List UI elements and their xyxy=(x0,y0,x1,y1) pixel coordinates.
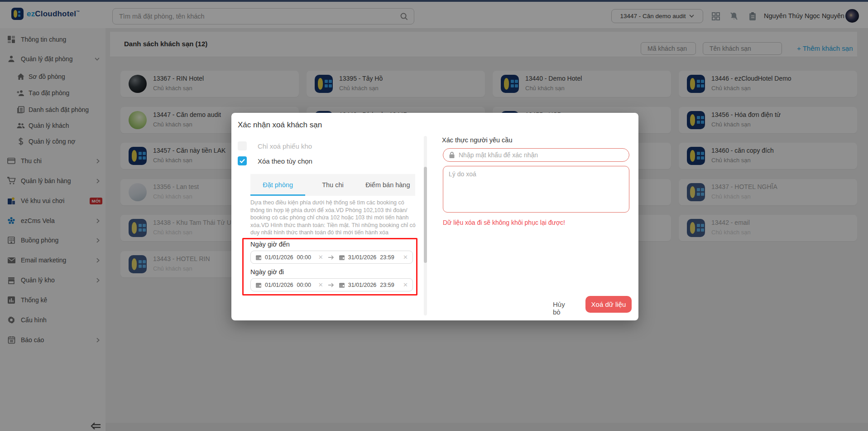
tab-description: Dựa theo điều kiện phía dưới hệ thống sẽ… xyxy=(250,199,417,237)
arrow-right-icon xyxy=(328,255,334,260)
clear-from-icon[interactable]: ✕ xyxy=(318,281,323,288)
from-time: 00:00 xyxy=(297,282,311,288)
from-date: 01/01/2026 xyxy=(265,282,293,288)
calendar-icon xyxy=(339,254,345,261)
arrival-date-range-input[interactable]: 01/01/2026 00:00 ✕ 31/01/2026 23:59 ✕ xyxy=(250,251,413,264)
from-time: 00:00 xyxy=(297,254,311,261)
to-date: 31/01/2026 xyxy=(348,282,377,288)
calendar-icon xyxy=(255,254,262,261)
tab-thu-chi[interactable]: Thu chi xyxy=(305,174,360,196)
password-placeholder: Nhập mật khẩu để xác nhận xyxy=(459,151,538,159)
checkbox-unchecked[interactable] xyxy=(238,141,247,150)
lock-icon xyxy=(449,151,455,159)
calendar-icon xyxy=(339,282,345,288)
checkbox-checked[interactable] xyxy=(238,156,247,165)
delete-data-button[interactable]: Xoá dữ liệu xyxy=(585,296,632,313)
calendar-icon xyxy=(255,282,262,288)
warning-text: Dữ liệu xóa đi sẽ không khôi phục lại đư… xyxy=(443,219,565,226)
checkbox-label: Chỉ xoá phiếu kho xyxy=(258,142,312,150)
password-input[interactable]: Nhập mật khẩu để xác nhận xyxy=(443,148,629,162)
reason-placeholder: Lý do xoá xyxy=(449,170,476,178)
check-icon xyxy=(240,159,245,163)
app-root: ezCloudhotel™ Tìm mã đặt phòng, tên khác… xyxy=(0,0,868,431)
auth-label: Xác thực người yêu cầu xyxy=(442,136,512,144)
departure-date-range-input[interactable]: 01/01/2026 00:00 ✕ 31/01/2026 23:59 ✕ xyxy=(250,278,413,291)
tab-diem-ban-hang[interactable]: Điểm bán hàng xyxy=(360,174,415,196)
delete-scope-tabs: Đặt phòng Thu chi Điểm bán hàng xyxy=(250,174,415,196)
reason-textarea[interactable]: Lý do xoá xyxy=(443,166,629,213)
from-date: 01/01/2026 xyxy=(265,254,293,261)
clear-from-icon[interactable]: ✕ xyxy=(318,254,323,261)
delete-hotel-dialog: Xác nhận xoá khách sạn Chỉ xoá phiếu kho… xyxy=(231,113,638,320)
checkbox-row-custom-delete[interactable]: Xóa theo tùy chọn xyxy=(238,156,312,165)
to-time: 23:59 xyxy=(380,254,394,261)
clear-to-icon[interactable]: ✕ xyxy=(403,281,408,288)
arrival-date-label: Ngày giờ đến xyxy=(250,241,290,248)
panel-scrollbar[interactable] xyxy=(424,136,427,315)
scrollbar-thumb[interactable] xyxy=(424,167,427,263)
to-date: 31/01/2026 xyxy=(348,254,377,261)
checkbox-label: Xóa theo tùy chọn xyxy=(258,157,312,165)
clear-to-icon[interactable]: ✕ xyxy=(403,254,408,261)
departure-date-label: Ngày giờ đi xyxy=(250,268,284,276)
arrow-right-icon xyxy=(328,283,334,287)
tab-dat-phong[interactable]: Đặt phòng xyxy=(250,174,305,196)
checkbox-row-stock-only[interactable]: Chỉ xoá phiếu kho xyxy=(238,141,312,150)
dialog-title: Xác nhận xoá khách sạn xyxy=(238,121,322,130)
cancel-button[interactable]: Hủy bỏ xyxy=(553,300,574,310)
to-time: 23:59 xyxy=(380,282,394,288)
